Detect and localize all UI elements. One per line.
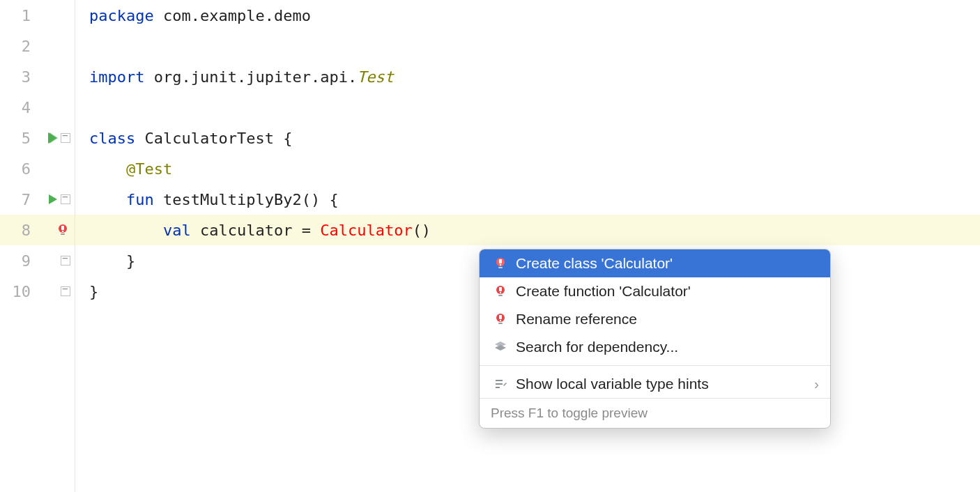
- svg-marker-2: [49, 194, 57, 204]
- intention-item-label: Rename reference: [516, 311, 819, 328]
- popup-footer-hint: Press F1 to toggle preview: [480, 398, 830, 428]
- brace: }: [126, 252, 135, 270]
- gutter-row: 9: [0, 245, 75, 276]
- svg-rect-18: [498, 323, 503, 324]
- code-line[interactable]: [75, 92, 980, 123]
- keyword: class: [89, 130, 135, 147]
- popup-separator: [480, 365, 830, 366]
- svg-rect-21: [496, 380, 503, 381]
- keyword: val: [163, 222, 191, 239]
- code-line[interactable]: class CalculatorTest {: [75, 123, 980, 153]
- gutter-row: 1: [0, 0, 75, 31]
- bulb-red-icon: [491, 284, 510, 298]
- package-name: com.example.demo: [154, 7, 311, 24]
- svg-point-17: [500, 320, 501, 321]
- svg-rect-8: [499, 259, 502, 263]
- line-number: 8: [0, 222, 31, 239]
- line-number: 1: [0, 7, 31, 24]
- keyword: import: [89, 68, 144, 86]
- svg-rect-12: [499, 287, 502, 291]
- line-number: 2: [0, 38, 31, 55]
- editor-marker-strip: [977, 0, 980, 492]
- keyword: fun: [126, 191, 154, 208]
- line-number: 6: [0, 160, 31, 178]
- gutter: 1 2 3 4 5 6 7: [0, 0, 75, 492]
- code-area[interactable]: package com.example.demo import org.juni…: [75, 0, 980, 492]
- stack-icon: [491, 340, 510, 354]
- svg-rect-6: [61, 233, 65, 235]
- bulb-red-icon: [491, 256, 510, 270]
- code-line[interactable]: @Test: [75, 153, 980, 184]
- intention-item-create-class[interactable]: Create class 'Calculator': [480, 249, 830, 277]
- gutter-row: 6: [0, 153, 75, 184]
- fold-toggle-icon[interactable]: [61, 194, 70, 204]
- code-line-active[interactable]: val calculator = Calculator(): [75, 215, 980, 245]
- function-name: testMultiplyBy2: [154, 191, 302, 208]
- import-path: org.junit.jupiter.api.: [144, 68, 357, 86]
- svg-point-9: [500, 264, 501, 266]
- brace: {: [283, 130, 292, 147]
- svg-point-13: [500, 292, 501, 293]
- code-line[interactable]: [75, 31, 980, 61]
- annotation: @Test: [126, 160, 172, 178]
- brace: }: [89, 283, 98, 300]
- code-line[interactable]: package com.example.demo: [75, 0, 980, 31]
- gutter-row: 4: [0, 92, 75, 123]
- svg-point-5: [62, 231, 64, 233]
- chevron-right-icon: ›: [814, 376, 819, 392]
- svg-marker-1: [49, 132, 58, 144]
- svg-rect-22: [496, 383, 503, 385]
- svg-rect-23: [496, 387, 500, 388]
- svg-rect-16: [499, 315, 502, 319]
- gutter-row: 7: [0, 184, 75, 215]
- code-line[interactable]: fun testMultiplyBy2() {: [75, 184, 980, 215]
- intention-item-type-hints[interactable]: Show local variable type hints ›: [480, 370, 830, 398]
- brace: {: [329, 191, 338, 208]
- keyword: package: [89, 7, 154, 24]
- gutter-row: 8: [0, 215, 75, 245]
- line-number: 5: [0, 130, 31, 147]
- line-number: 3: [0, 68, 31, 86]
- variable-name: calculator: [191, 222, 302, 239]
- pencil-lines-icon: [491, 377, 510, 391]
- fold-toggle-icon[interactable]: [61, 133, 70, 143]
- bulb-red-icon: [491, 312, 510, 326]
- svg-marker-24: [503, 383, 507, 386]
- code-line[interactable]: import org.junit.jupiter.api.Test: [75, 61, 980, 92]
- intention-item-label: Create class 'Calculator': [516, 255, 819, 272]
- intention-item-label: Create function 'Calculator': [516, 283, 819, 300]
- gutter-row: 10: [0, 276, 75, 307]
- intention-item-search-dependency[interactable]: Search for dependency...: [480, 333, 830, 361]
- intention-item-label: Search for dependency...: [516, 339, 819, 355]
- intention-item-create-function[interactable]: Create function 'Calculator': [480, 277, 830, 305]
- intention-actions-popup: Create class 'Calculator' Create functio…: [479, 249, 831, 429]
- code-editor: 1 2 3 4 5 6 7: [0, 0, 980, 492]
- svg-rect-14: [498, 295, 503, 296]
- intention-item-label: Show local variable type hints: [516, 376, 814, 392]
- fold-toggle-icon[interactable]: [61, 256, 70, 266]
- class-name: CalculatorTest: [135, 130, 283, 147]
- gutter-row: 2: [0, 31, 75, 61]
- svg-marker-20: [495, 345, 506, 351]
- svg-rect-10: [498, 267, 503, 268]
- gutter-row: 5: [0, 123, 75, 153]
- run-test-icon[interactable]: [47, 193, 59, 206]
- error-bulb-icon[interactable]: [55, 222, 70, 238]
- line-number: 9: [0, 252, 31, 270]
- line-number: 7: [0, 191, 31, 208]
- run-class-icon[interactable]: [45, 131, 59, 145]
- unresolved-reference: Calculator: [320, 222, 412, 239]
- import-class: Test: [357, 68, 394, 86]
- line-number: 4: [0, 99, 31, 116]
- svg-rect-4: [61, 226, 64, 230]
- line-number: 10: [0, 283, 31, 300]
- intention-item-rename-reference[interactable]: Rename reference: [480, 305, 830, 333]
- gutter-row: 3: [0, 61, 75, 92]
- fold-toggle-icon[interactable]: [61, 286, 70, 296]
